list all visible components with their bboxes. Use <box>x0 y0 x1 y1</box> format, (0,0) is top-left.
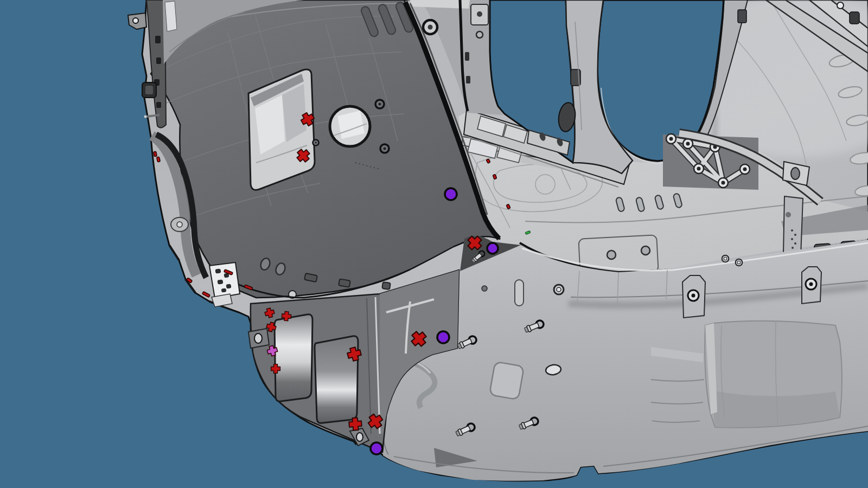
purple-weld-point-icon[interactable] <box>487 243 498 254</box>
target-ring-icon[interactable] <box>806 279 816 290</box>
panelbolt-ring-icon[interactable] <box>312 139 318 145</box>
bumper-pocket <box>705 321 842 428</box>
bolt-ring-icon[interactable] <box>722 255 729 262</box>
weld-edge-mark-icon[interactable] <box>154 151 157 157</box>
model-scene[interactable] <box>0 0 868 488</box>
grommet-ring-icon[interactable] <box>423 20 437 34</box>
purple-weld-point-icon[interactable] <box>445 188 457 200</box>
weld-edge-mark-icon[interactable] <box>157 157 161 162</box>
bolt-ring-icon[interactable] <box>554 285 564 294</box>
panelbolt-ring-icon[interactable] <box>380 144 389 153</box>
cad-viewport[interactable] <box>0 0 868 488</box>
purple-weld-point-icon[interactable] <box>437 331 449 343</box>
target-ring-icon[interactable] <box>688 290 699 301</box>
weld-x-red-icon[interactable] <box>411 331 427 347</box>
weld-x-red-icon[interactable] <box>297 149 310 163</box>
weld-x-red-icon[interactable] <box>468 236 481 249</box>
panelbolt-ring-icon[interactable] <box>375 100 384 108</box>
quarter-round-hole <box>330 106 370 146</box>
bolt-ring-icon[interactable] <box>736 259 743 266</box>
purple-weld-point-icon[interactable] <box>371 442 382 454</box>
